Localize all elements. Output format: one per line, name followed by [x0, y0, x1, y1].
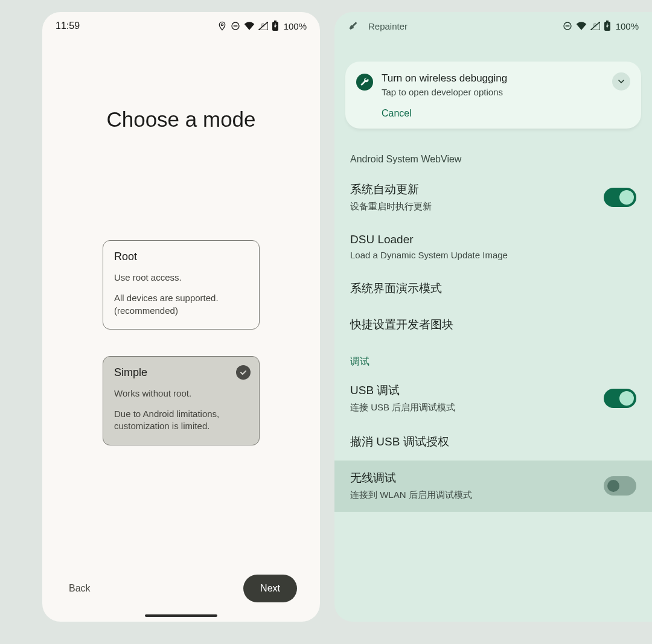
check-icon: [236, 365, 251, 380]
mode-cards: Root Use root access. All devices are su…: [42, 240, 320, 445]
settings-list: Android System WebView 系统自动更新 设备重启时执行更新 …: [334, 154, 652, 512]
svg-text:R: R: [261, 23, 264, 27]
toggle-usb-debugging[interactable]: [604, 389, 636, 408]
row-subtitle: Load a Dynamic System Update Image: [350, 250, 636, 260]
row-title: 系统自动更新: [350, 182, 594, 197]
signal-icon: R: [258, 22, 268, 30]
card-title: Root: [114, 250, 248, 263]
card-line: Due to Android limitations, customizatio…: [114, 408, 248, 433]
card-line: Works without root.: [114, 387, 248, 400]
svg-point-0: [221, 24, 223, 25]
row-title: 无线调试: [350, 470, 594, 486]
status-time: 11:59: [56, 21, 80, 31]
row-revoke-usb-auth[interactable]: 撤消 USB 调试授权: [334, 424, 652, 461]
location-icon: [217, 21, 227, 31]
banner-title: Turn on wireless debugging: [382, 72, 604, 84]
wifi-icon: [576, 22, 587, 30]
signal-icon: R: [590, 22, 600, 30]
mode-card-root[interactable]: Root Use root access. All devices are su…: [103, 240, 260, 330]
status-bar: 11:59 R 100%: [42, 12, 320, 40]
wireless-debug-banner[interactable]: Turn on wireless debugging Tap to open d…: [345, 62, 641, 129]
row-demo-mode[interactable]: 系统界面演示模式: [334, 271, 652, 307]
row-title: 系统界面演示模式: [350, 281, 636, 296]
chevron-down-icon[interactable]: [612, 72, 630, 91]
status-battery: 100%: [284, 21, 307, 31]
dnd-icon: [563, 21, 572, 31]
card-title: Simple: [114, 366, 248, 379]
card-line: All devices are supported. (recommended): [114, 292, 248, 317]
row-subtitle: 连接到 WLAN 后启用调试模式: [350, 489, 594, 501]
row-qs-dev-tiles[interactable]: 快捷设置开发者图块: [334, 307, 652, 343]
footer: Back Next: [42, 575, 320, 602]
svg-rect-5: [274, 21, 276, 22]
card-line: Use root access.: [114, 272, 248, 284]
row-title: DSU Loader: [350, 233, 636, 246]
banner-subtitle: Tap to open developer options: [382, 87, 604, 97]
row-title: 撤消 USB 调试授权: [350, 434, 636, 450]
row-dsu-loader[interactable]: DSU Loader Load a Dynamic System Update …: [334, 223, 652, 271]
row-subtitle: 设备重启时执行更新: [350, 201, 594, 212]
status-bar: Repainter R 100%: [334, 12, 652, 40]
next-button[interactable]: Next: [243, 575, 297, 602]
page-title: Choose a mode: [42, 107, 320, 132]
row-title: USB 调试: [350, 383, 594, 398]
toggle-wireless-debugging[interactable]: [604, 476, 636, 496]
dnd-icon: [231, 21, 240, 31]
row-title: 快捷设置开发者图块: [350, 317, 636, 333]
nav-pill: [145, 614, 217, 617]
row-wireless-debugging[interactable]: 无线调试 连接到 WLAN 后启用调试模式: [334, 461, 652, 512]
back-button[interactable]: Back: [69, 583, 91, 594]
phone-onboarding: 11:59 R 100% Choose a mode Root Use root…: [42, 12, 320, 622]
app-name: Repainter: [368, 21, 408, 31]
webview-info: Android System WebView: [334, 154, 652, 172]
battery-icon: [604, 21, 611, 31]
toggle-auto-update[interactable]: [604, 188, 636, 207]
brush-icon: [348, 21, 357, 31]
cancel-button[interactable]: Cancel: [382, 108, 412, 119]
svg-rect-10: [606, 21, 609, 22]
row-auto-update[interactable]: 系统自动更新 设备重启时执行更新: [334, 172, 652, 223]
status-battery: 100%: [616, 21, 639, 31]
phone-developer-options: Repainter R 100% Turn on wireless debugg…: [334, 12, 652, 622]
row-subtitle: 连接 USB 后启用调试模式: [350, 402, 594, 413]
mode-card-simple[interactable]: Simple Works without root. Due to Androi…: [103, 356, 260, 445]
row-usb-debugging[interactable]: USB 调试 连接 USB 后启用调试模式: [334, 373, 652, 424]
wrench-icon: [356, 74, 373, 91]
battery-icon: [272, 21, 279, 31]
svg-text:R: R: [593, 23, 596, 27]
wifi-icon: [244, 22, 255, 30]
section-debugging: 调试: [334, 343, 652, 373]
